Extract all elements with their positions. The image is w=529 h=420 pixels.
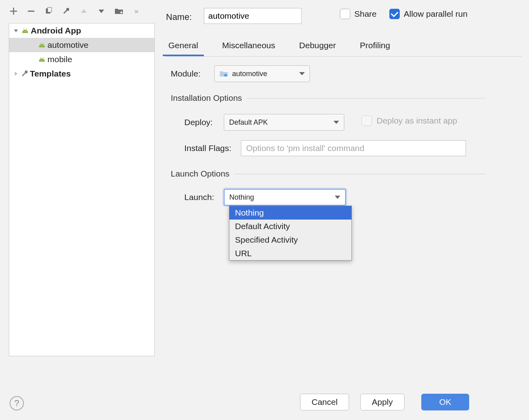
installation-options-header: Installation Options	[171, 93, 486, 103]
add-icon[interactable]	[9, 6, 18, 16]
chevron-down-icon	[335, 196, 340, 199]
chevron-down-icon	[12, 27, 20, 34]
settings-icon[interactable]	[61, 6, 71, 16]
svg-rect-9	[224, 74, 227, 77]
checkbox-disabled-icon	[361, 116, 372, 126]
launch-option-url[interactable]: URL	[229, 247, 351, 260]
chevron-down-icon	[299, 72, 305, 75]
name-label: Name:	[166, 12, 192, 22]
svg-point-6	[43, 45, 43, 46]
svg-rect-2	[48, 8, 51, 12]
tab-profiling[interactable]: Profiling	[357, 39, 393, 56]
deploy-value: Default APK	[229, 118, 268, 127]
module-row: Module: automotive	[171, 65, 310, 82]
tabs: General Miscellaneous Debugger Profiling	[166, 37, 522, 57]
remove-icon[interactable]	[26, 6, 36, 16]
help-button[interactable]: ?	[10, 396, 24, 410]
tab-debugger[interactable]: Debugger	[297, 39, 338, 56]
wrench-icon	[21, 70, 28, 77]
launch-option-default-activity[interactable]: Default Activity	[229, 220, 351, 233]
tree-item-mobile[interactable]: mobile	[9, 52, 154, 67]
launch-label: Launch:	[184, 192, 214, 202]
tree-toolbar: »	[9, 6, 141, 16]
configurations-tree: Android App automotive mobile Templates	[9, 23, 155, 356]
deploy-row: Deploy: Default APK	[184, 114, 344, 131]
move-down-icon[interactable]	[97, 6, 106, 16]
launch-dropdown: Nothing Default Activity Specified Activ…	[229, 206, 352, 261]
deploy-instant-label: Deploy as instant app	[377, 116, 457, 126]
tree-item-label: mobile	[47, 55, 72, 64]
module-value: automotive	[232, 70, 267, 78]
copy-icon[interactable]	[44, 6, 53, 16]
tab-miscellaneous[interactable]: Miscellaneous	[220, 39, 278, 56]
svg-point-5	[41, 45, 41, 46]
checkbox-icon	[340, 9, 350, 19]
android-icon	[21, 27, 29, 34]
module-select[interactable]: automotive	[214, 65, 310, 82]
svg-point-3	[24, 31, 25, 32]
tree-group-label: Templates	[30, 69, 71, 79]
svg-point-7	[41, 60, 41, 61]
parallel-label: Allow parallel run	[404, 9, 468, 19]
name-input[interactable]	[204, 8, 302, 24]
move-up-icon[interactable]	[79, 6, 89, 16]
install-flags-row: Install Flags:	[184, 140, 466, 156]
checkbox-checked-icon	[389, 9, 400, 19]
chevron-right-icon	[12, 70, 20, 77]
tree-item-automotive[interactable]: automotive	[9, 38, 154, 52]
launch-option-specified-activity[interactable]: Specified Activity	[229, 233, 351, 247]
deploy-select[interactable]: Default APK	[224, 114, 344, 131]
launch-value: Nothing	[229, 193, 254, 202]
deploy-label: Deploy:	[184, 118, 213, 127]
cancel-button[interactable]: Cancel	[300, 394, 349, 410]
more-icon[interactable]: »	[132, 6, 141, 16]
install-flags-input[interactable]	[241, 140, 466, 156]
tree-item-label: automotive	[47, 40, 89, 50]
tree-group-label: Android App	[31, 26, 81, 35]
module-label: Module:	[171, 69, 201, 79]
folder-add-icon[interactable]	[114, 6, 124, 16]
install-flags-label: Install Flags:	[184, 143, 231, 153]
ok-button[interactable]: OK	[421, 394, 469, 410]
share-checkbox[interactable]: Share	[340, 9, 377, 19]
launch-options-header: Launch Options	[171, 169, 486, 179]
android-icon	[38, 56, 46, 63]
tree-group-templates[interactable]: Templates	[9, 67, 154, 81]
share-label: Share	[354, 9, 377, 19]
chevron-down-icon	[334, 121, 339, 124]
allow-parallel-run-checkbox[interactable]: Allow parallel run	[389, 9, 468, 19]
launch-row: Launch: Nothing	[184, 189, 346, 206]
launch-option-nothing[interactable]: Nothing	[229, 206, 351, 220]
svg-point-4	[26, 31, 27, 32]
launch-select[interactable]: Nothing	[224, 189, 346, 206]
tree-group-android-app[interactable]: Android App	[9, 24, 154, 38]
tab-general[interactable]: General	[166, 39, 201, 56]
apply-button[interactable]: Apply	[360, 394, 405, 410]
svg-point-8	[43, 60, 43, 61]
folder-icon	[219, 70, 228, 77]
android-icon	[38, 42, 46, 48]
deploy-instant-checkbox: Deploy as instant app	[361, 116, 457, 126]
